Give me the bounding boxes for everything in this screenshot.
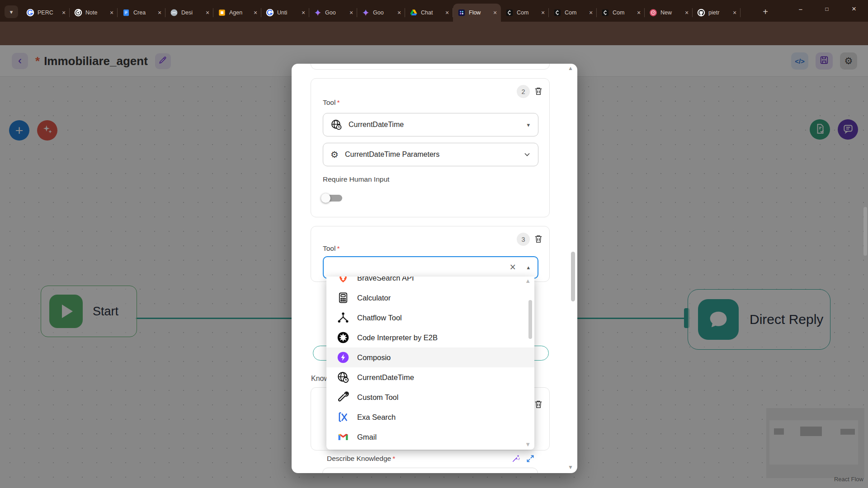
design-icon: [170, 9, 178, 17]
tab-search-button[interactable]: ▾: [5, 5, 18, 18]
tool-field-label: Tool*: [323, 99, 340, 107]
tab-title: Com: [517, 9, 540, 16]
dialog-scroll-down-icon[interactable]: ▼: [568, 464, 573, 470]
github-icon: [697, 9, 705, 17]
new-tab-button[interactable]: +: [759, 5, 772, 18]
composio-icon: [336, 351, 350, 364]
browser-tab[interactable]: PERC ×: [22, 4, 70, 22]
tab-close-icon[interactable]: ×: [540, 9, 546, 16]
tab-close-icon[interactable]: ×: [731, 9, 738, 16]
tab-close-icon[interactable]: ×: [492, 9, 498, 16]
expand-icon[interactable]: [526, 454, 535, 463]
docs-icon: [122, 9, 130, 17]
dialog-scroll-up-icon[interactable]: ▲: [568, 65, 573, 71]
gmail-icon: [336, 430, 350, 444]
app-area: ‹ * Immobiliare_agent </> ⚙ Start: [0, 45, 868, 488]
tool-dropdown: BraveSearch API Calculator Chatflow Tool…: [326, 277, 534, 450]
browser-tab[interactable]: Goo ×: [309, 4, 357, 22]
dropdown-scroll-up-icon[interactable]: ▲: [525, 277, 531, 284]
browser-tab[interactable]: Flow ×: [453, 4, 501, 22]
tool-params-accordion[interactable]: ⚙ CurrentDateTime Parameters: [323, 143, 538, 166]
tab-close-icon[interactable]: ×: [300, 9, 307, 16]
tab-title: Goo: [373, 9, 396, 16]
tool-option[interactable]: CurrentDateTime: [326, 367, 534, 387]
tool-option-label: Gmail: [357, 433, 377, 441]
tab-close-icon[interactable]: ×: [204, 9, 211, 16]
tab-title: pietr: [708, 9, 731, 16]
browser-tab[interactable]: pietr ×: [693, 4, 741, 22]
tool-search-combobox[interactable]: × ▴: [323, 256, 538, 279]
browser-tab[interactable]: Com ×: [597, 4, 645, 22]
maximize-icon: □: [825, 6, 828, 12]
browser-tab[interactable]: Crea ×: [118, 4, 165, 22]
tool-option[interactable]: Exa Search: [326, 407, 534, 427]
tool-option[interactable]: Gmail: [326, 427, 534, 447]
browser-tab[interactable]: Desi ×: [165, 4, 213, 22]
tab-close-icon[interactable]: ×: [348, 9, 354, 16]
tool-option-label: Code Interpreter by E2B: [357, 333, 438, 342]
tab-title: Desi: [181, 9, 204, 16]
previous-card-partial: [311, 64, 550, 70]
drive-icon: [410, 9, 418, 17]
browser-tab[interactable]: Goo ×: [357, 4, 405, 22]
magic-wand-icon[interactable]: [511, 454, 520, 463]
tool-select[interactable]: CurrentDateTime ▾: [323, 113, 538, 136]
tab-close-icon[interactable]: ×: [396, 9, 402, 16]
tool-option-label: CurrentDateTime: [357, 373, 414, 382]
delete-tool-icon[interactable]: [533, 234, 543, 244]
browser-tab[interactable]: Com ×: [501, 4, 549, 22]
browser-tab[interactable]: New ×: [645, 4, 693, 22]
tab-close-icon[interactable]: ×: [252, 9, 259, 16]
browser-tab[interactable]: Com ×: [549, 4, 597, 22]
e2b-icon: [336, 331, 350, 344]
atomnew-icon: [649, 9, 657, 17]
wrench-icon: [336, 390, 350, 404]
chatflow-icon: [336, 311, 350, 324]
browser-tab[interactable]: Chat ×: [405, 4, 453, 22]
composiodark-icon: [601, 9, 609, 17]
browser-window: ▾ PERC × Note × Crea × Desi ×: [0, 0, 868, 488]
tool-option[interactable]: BraveSearch API: [326, 277, 534, 288]
tool-option[interactable]: Code Interpreter by E2B: [326, 328, 534, 347]
describe-knowledge-input[interactable]: [322, 468, 538, 473]
tab-close-icon[interactable]: ×: [444, 9, 450, 16]
window-maximize-button[interactable]: □: [816, 0, 837, 18]
delete-tool-icon[interactable]: [533, 86, 543, 96]
tool-option[interactable]: Custom Tool: [326, 387, 534, 407]
tab-close-icon[interactable]: ×: [684, 9, 690, 16]
tool-option[interactable]: Composio: [326, 347, 534, 367]
window-minimize-button[interactable]: −: [790, 0, 811, 18]
tab-close-icon[interactable]: ×: [156, 9, 163, 16]
tab-close-icon[interactable]: ×: [61, 9, 67, 16]
tool-option[interactable]: Calculator: [326, 288, 534, 308]
plus-icon: +: [763, 7, 768, 17]
tab-title: Note: [85, 9, 108, 16]
require-human-input-toggle[interactable]: [321, 190, 347, 206]
tab-close-icon[interactable]: ×: [108, 9, 115, 16]
caret-up-icon[interactable]: ▴: [527, 264, 530, 271]
tool-option-label: Calculator: [357, 294, 391, 302]
notebook-icon: [74, 9, 82, 17]
browser-tab[interactable]: Agen ×: [213, 4, 261, 22]
clear-icon[interactable]: ×: [510, 261, 516, 273]
tab-title: Goo: [325, 9, 348, 16]
tab-close-icon[interactable]: ×: [588, 9, 594, 16]
browser-tab[interactable]: Unti ×: [261, 4, 309, 22]
minimize-icon: −: [799, 5, 803, 13]
page-scrollbar-thumb[interactable]: [863, 207, 867, 256]
gamma-icon: [26, 9, 34, 17]
required-asterisk: *: [337, 244, 340, 252]
browser-tab[interactable]: Note ×: [70, 4, 118, 22]
delete-knowledge-icon[interactable]: [533, 399, 543, 409]
tool-option-label: Exa Search: [357, 413, 396, 422]
window-close-button[interactable]: ×: [844, 0, 864, 18]
dropdown-scroll-down-icon[interactable]: ▼: [525, 441, 531, 448]
tool-option[interactable]: Chatflow Tool: [326, 308, 534, 328]
dropdown-scrollbar-thumb[interactable]: [528, 300, 532, 339]
dialog-scrollbar-thumb[interactable]: [571, 252, 575, 301]
composiodark-icon: [553, 9, 561, 17]
tab-close-icon[interactable]: ×: [636, 9, 642, 16]
tab-title: Agen: [229, 9, 252, 16]
tab-bar: ▾ PERC × Note × Crea × Desi ×: [0, 0, 868, 22]
agent-icon: [218, 9, 226, 17]
